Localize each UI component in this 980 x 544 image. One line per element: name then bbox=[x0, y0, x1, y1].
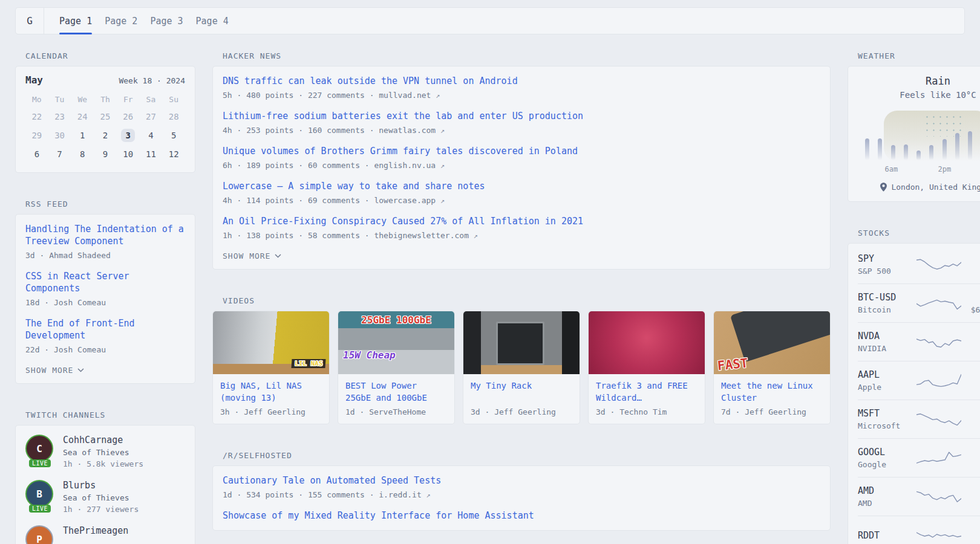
stock-symbol[interactable]: SPY bbox=[858, 253, 913, 264]
twitch-viewers: 1h · 5.8k viewers bbox=[63, 459, 143, 468]
stock-change: +2.24% bbox=[964, 408, 980, 419]
feed-item-meta: 1h · 138 points · 58 comments · thebigne… bbox=[223, 230, 820, 241]
weather-location: London, United Kingdom bbox=[857, 183, 980, 192]
feed-item-title[interactable]: Lowercase – A simple way to take and sha… bbox=[223, 180, 820, 192]
twitch-section-label: TWITCH CHANNELS bbox=[25, 410, 195, 419]
twitch-channel-row: BLIVEBlurbsSea of Thieves1h · 277 viewer… bbox=[25, 480, 185, 514]
feed-item-meta: 5h · 480 points · 227 comments · mullvad… bbox=[223, 90, 820, 101]
video-title[interactable]: Meet the new Linux Cluster bbox=[721, 380, 823, 404]
sparkline-chart bbox=[916, 293, 961, 314]
stock-company: AMD bbox=[858, 499, 913, 508]
rss-widget: RSS FEED Handling The Indentation of a T… bbox=[15, 199, 195, 384]
feed-item-title[interactable]: Handling The Indentation of a Treeview C… bbox=[25, 223, 185, 247]
top-nav: G Page 1Page 2Page 3Page 4 bbox=[15, 7, 965, 34]
tab-page-2[interactable]: Page 2 bbox=[105, 8, 137, 34]
weather-bar bbox=[968, 131, 972, 160]
weather-bar bbox=[916, 151, 921, 160]
stock-symbol[interactable]: AAPL bbox=[858, 369, 913, 380]
calendar-day-number: 30 bbox=[50, 129, 69, 142]
feed-item-title[interactable]: Cautionary Tale on Automated Speed Tests bbox=[223, 474, 820, 487]
video-title[interactable]: Traefik 3 and FREE Wildcard… bbox=[596, 380, 697, 404]
feed-item-title[interactable]: An Oil Price-Fixing Conspiracy Caused 27… bbox=[223, 215, 820, 227]
calendar-day: 28 bbox=[162, 107, 185, 126]
video-title[interactable]: BEST Low Power 25GbE and 100GbE Switch… bbox=[345, 380, 447, 404]
tab-page-1[interactable]: Page 1 bbox=[59, 8, 92, 34]
feed-item-title[interactable]: CSS in React Server Components bbox=[25, 270, 185, 294]
weather-bar bbox=[878, 138, 882, 160]
tab-page-3[interactable]: Page 3 bbox=[150, 8, 183, 34]
video-title[interactable]: My Tiny Rack bbox=[471, 380, 572, 404]
feed-item: CSS in React Server Components18d · Josh… bbox=[25, 270, 185, 308]
stock-symbol[interactable]: BTC-USD bbox=[858, 292, 913, 303]
stock-change: -1.59% bbox=[964, 530, 980, 541]
weather-hour-label: 2pm bbox=[938, 165, 952, 173]
stock-symbol[interactable]: RDDT bbox=[858, 530, 913, 541]
stock-sparkline bbox=[913, 253, 964, 275]
feed-item: The End of Front-End Development22d · Jo… bbox=[25, 317, 185, 355]
videos-row: LIL NASBig NAS, Lil NAS (moving 13)3h · … bbox=[212, 311, 831, 424]
stock-symbol[interactable]: NVDA bbox=[858, 331, 913, 342]
video-thumbnail[interactable]: LIL NAS bbox=[213, 311, 329, 374]
weather-bar bbox=[929, 145, 933, 160]
thumbnail-text: 15W Cheap bbox=[343, 349, 396, 361]
location-pin-icon bbox=[880, 183, 887, 192]
show-more-label: SHOW MORE bbox=[223, 251, 270, 261]
video-thumbnail[interactable]: FAST bbox=[714, 311, 830, 374]
twitch-channel-name[interactable]: ThePrimeagen bbox=[63, 525, 128, 536]
twitch-card: CLIVECohhCarnageSea of Thieves1h · 5.8k … bbox=[15, 425, 195, 544]
video-thumbnail[interactable] bbox=[463, 311, 580, 374]
external-link-icon: ↗ bbox=[440, 196, 445, 205]
external-link-icon: ↗ bbox=[426, 491, 431, 499]
stock-symbol[interactable]: AMD bbox=[858, 485, 913, 496]
calendar-day: 6 bbox=[25, 144, 48, 163]
video-card-body: Traefik 3 and FREE Wildcard…3d · Techno … bbox=[589, 374, 705, 424]
stock-symbol[interactable]: MSFT bbox=[858, 408, 913, 419]
feed-item-title[interactable]: The End of Front-End Development bbox=[25, 317, 185, 342]
stock-symbol[interactable]: GOOGL bbox=[858, 447, 913, 458]
video-thumbnail[interactable]: 25GbE 100GbE15W Cheap bbox=[338, 311, 454, 374]
rss-show-more-button[interactable]: SHOW MORE bbox=[25, 366, 185, 375]
feed-item-title[interactable]: DNS traffic can leak outside the VPN tun… bbox=[223, 75, 820, 87]
video-card: FASTMeet the new Linux Cluster7d · Jeff … bbox=[713, 311, 831, 424]
feed-item-title[interactable]: Lithium-free sodium batteries exit the l… bbox=[223, 110, 820, 122]
twitch-avatar[interactable]: BLIVE bbox=[25, 480, 54, 513]
stock-info: AAPLApple bbox=[858, 369, 913, 392]
twitch-avatar[interactable]: CLIVE bbox=[25, 435, 54, 467]
stock-row: SPYS&P 500+1.32%$511.69 bbox=[858, 245, 980, 283]
stock-values: +0.25%$167.03 bbox=[964, 447, 980, 469]
twitch-avatar[interactable]: P bbox=[25, 525, 54, 544]
feed-item-title[interactable]: Unique volumes of Brothers Grimm fairy t… bbox=[223, 145, 820, 157]
stock-price: $406.76 bbox=[964, 421, 980, 430]
hn-section-label: HACKER NEWS bbox=[223, 51, 831, 60]
app-logo[interactable]: G bbox=[16, 8, 44, 34]
calendar-dow-label: Th bbox=[94, 95, 117, 104]
external-link-icon: ↗ bbox=[436, 91, 440, 100]
right-column: WEATHER Rain Feels like 10°C 12° 6am2pm1… bbox=[848, 51, 980, 544]
live-badge: LIVE bbox=[29, 505, 51, 513]
weather-bar bbox=[865, 138, 869, 160]
twitch-channel-name[interactable]: CohhCarnage bbox=[63, 435, 143, 445]
page-tabs: Page 1Page 2Page 3Page 4 bbox=[44, 8, 229, 34]
calendar-day-number: 11 bbox=[142, 147, 160, 161]
feed-item-meta: 3d · Ahmad Shadeed bbox=[25, 250, 185, 261]
weather-bar bbox=[942, 139, 947, 160]
stock-info: GOOGLGoogle bbox=[858, 447, 913, 469]
video-thumbnail[interactable] bbox=[589, 311, 705, 374]
twitch-widget: TWITCH CHANNELS CLIVECohhCarnageSea of T… bbox=[15, 410, 195, 544]
stock-change: +4.56% bbox=[964, 292, 980, 303]
stock-values: +4.56%$61,820.02 bbox=[964, 292, 980, 314]
hn-show-more-button[interactable]: SHOW MORE bbox=[223, 251, 820, 261]
twitch-channel-info: ThePrimeagen bbox=[63, 525, 128, 544]
stock-change: +6.63% bbox=[964, 369, 980, 380]
twitch-channel-name[interactable]: Blurbs bbox=[63, 480, 139, 491]
stock-row: NVDANVIDIA+3.49%$888.12 bbox=[858, 322, 980, 361]
calendar-widget: CALENDAR May Week 18 · 2024 MoTuWeThFrSa… bbox=[15, 51, 195, 173]
chevron-down-icon bbox=[77, 368, 84, 372]
feed-item: Handling The Indentation of a Treeview C… bbox=[25, 223, 185, 261]
video-title[interactable]: Big NAS, Lil NAS (moving 13) bbox=[220, 380, 322, 404]
calendar-day: 27 bbox=[140, 107, 163, 126]
stock-change: +2.97% bbox=[964, 485, 980, 496]
tab-page-4[interactable]: Page 4 bbox=[196, 8, 229, 34]
weather-section-label: WEATHER bbox=[858, 51, 980, 60]
feed-item-title[interactable]: Showcase of my Mixed Reality Interface f… bbox=[223, 510, 820, 522]
